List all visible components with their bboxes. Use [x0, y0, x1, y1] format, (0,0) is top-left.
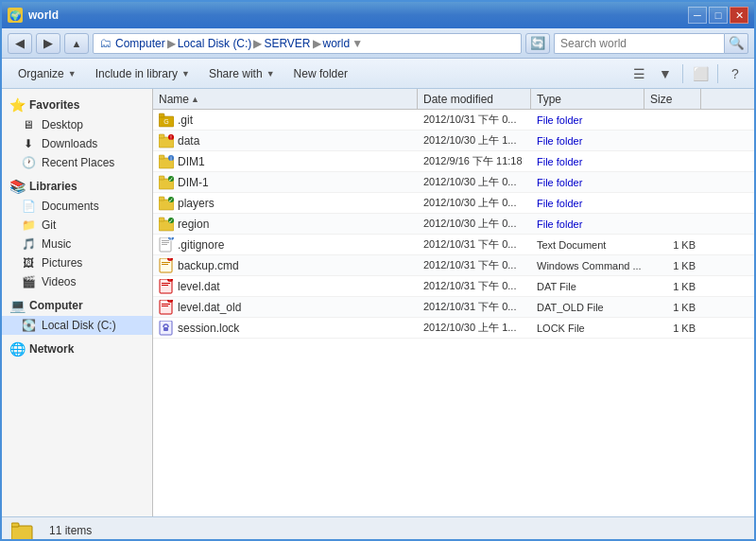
downloads-icon: ⬇ — [21, 136, 36, 151]
favorites-header[interactable]: ⭐ Favorites — [2, 95, 152, 115]
table-row[interactable]: session.lock 2012/10/30 上午 1... LOCK Fil… — [153, 318, 754, 339]
svg-rect-20 — [159, 218, 164, 221]
organize-button[interactable]: Organize ▼ — [9, 62, 85, 85]
file-type-icon: ✓ — [159, 196, 174, 211]
new-folder-button[interactable]: New folder — [285, 62, 356, 85]
favorites-label: Favorites — [29, 98, 79, 112]
file-date-cell: 2012/10/30 上午 1... — [418, 131, 531, 149]
file-size-cell: 1 KB — [644, 300, 701, 315]
file-name-cell: ! backup.cmd — [153, 256, 418, 275]
toolbar-separator — [682, 64, 683, 83]
sidebar-item-documents[interactable]: 📄 Documents — [2, 197, 152, 216]
back-button[interactable]: ◀ — [8, 33, 32, 54]
sidebar-item-git[interactable]: 📁 Git — [2, 216, 152, 235]
up-button[interactable]: ▲ — [64, 33, 89, 54]
window-title: world — [28, 9, 59, 22]
file-list-header: Name ▲ Date modified Type Size — [153, 89, 754, 110]
minimize-button[interactable]: ─ — [688, 7, 707, 24]
table-row[interactable]: g .gitignore 2012/10/31 下午 0... Text Doc… — [153, 235, 754, 255]
svg-text:!: ! — [169, 300, 170, 304]
git-label: Git — [42, 218, 56, 232]
file-type-icon: ! — [159, 133, 174, 148]
sidebar-item-music[interactable]: 🎵 Music — [2, 235, 152, 253]
network-section: 🌐 Network — [2, 339, 152, 359]
file-type-cell: File folder — [531, 217, 644, 232]
network-label: Network — [29, 342, 74, 356]
breadcrumb-computer[interactable]: Computer — [115, 37, 165, 50]
table-row[interactable]: ✓ region 2012/10/30 上午 0... File folder — [153, 214, 754, 235]
search-input[interactable] — [554, 33, 724, 54]
svg-text:!: ! — [169, 258, 170, 262]
share-with-button[interactable]: Share with ▼ — [200, 62, 284, 85]
sidebar-item-pictures[interactable]: 🖼 Pictures — [2, 253, 152, 272]
view-toggle-button[interactable]: ▼ — [654, 63, 677, 84]
svg-text:✓: ✓ — [168, 176, 174, 183]
pictures-label: Pictures — [42, 256, 82, 270]
table-row[interactable]: ✓ players 2012/10/30 上午 0... File folder — [153, 193, 754, 214]
include-library-button[interactable]: Include in library ▼ — [87, 62, 198, 85]
breadcrumb-server[interactable]: SERVER — [264, 37, 310, 50]
file-name-cell: ! level.dat_old — [153, 298, 418, 317]
sidebar-item-videos[interactable]: 🎬 Videos — [2, 272, 152, 291]
file-size-cell: 1 KB — [644, 237, 701, 253]
file-type-icon: G — [159, 113, 174, 128]
search-bar: 🔍 — [554, 33, 748, 54]
desktop-icon: 🖥 — [21, 117, 36, 132]
table-row[interactable]: ! level.dat 2012/10/31 下午 0... DAT File … — [153, 276, 754, 297]
file-size-cell — [644, 139, 701, 143]
sidebar-item-recent[interactable]: 🕐 Recent Places — [2, 153, 152, 172]
svg-text:!: ! — [170, 134, 172, 141]
file-type-cell: File folder — [531, 113, 644, 128]
file-date-cell: 2012/10/31 下午 0... — [418, 236, 531, 253]
sidebar-item-localdisk[interactable]: 💽 Local Disk (C:) — [2, 316, 152, 335]
name-col-label: Name — [159, 93, 189, 106]
help-button[interactable]: ? — [724, 63, 747, 84]
file-name-cell: session.lock — [153, 319, 418, 338]
refresh-button[interactable]: 🔄 — [525, 33, 550, 54]
sidebar-item-desktop[interactable]: 🖥 Desktop — [2, 115, 152, 134]
status-folder-icon — [11, 519, 34, 542]
network-header[interactable]: 🌐 Network — [2, 339, 152, 359]
column-size-header[interactable]: Size — [644, 89, 701, 109]
file-date-cell: 2012/9/16 下午 11:18 — [418, 152, 531, 170]
file-name: level.dat — [178, 280, 220, 293]
forward-button[interactable]: ▶ — [36, 33, 60, 54]
preview-pane-button[interactable]: ⬜ — [689, 63, 712, 84]
file-size-cell: 1 KB — [644, 321, 701, 336]
svg-rect-12 — [159, 176, 164, 180]
breadcrumb-localdisk[interactable]: Local Disk (C:) — [178, 37, 252, 50]
sidebar-item-downloads[interactable]: ⬇ Downloads — [2, 134, 152, 153]
recent-label: Recent Places — [42, 156, 114, 169]
table-row[interactable]: i DIM1 2012/9/16 下午 11:18 File folder — [153, 151, 754, 172]
column-name-header[interactable]: Name ▲ — [153, 89, 418, 109]
desktop-label: Desktop — [42, 118, 83, 131]
title-bar: 🌍 world ─ □ ✕ — [2, 2, 754, 28]
table-row[interactable]: ! backup.cmd 2012/10/31 下午 0... Windows … — [153, 255, 754, 276]
file-name-cell: g .gitignore — [153, 236, 418, 254]
file-type-icon: g — [159, 237, 174, 253]
pictures-icon: 🖼 — [21, 255, 36, 270]
column-date-header[interactable]: Date modified — [418, 89, 531, 109]
file-type-cell: LOCK File — [531, 321, 644, 336]
close-button[interactable]: ✕ — [730, 7, 748, 24]
search-button[interactable]: 🔍 — [724, 33, 748, 54]
breadcrumb: 🗂 Computer ▶ Local Disk (C:) ▶ SERVER ▶ … — [93, 33, 522, 54]
file-size-cell — [644, 201, 701, 205]
svg-rect-24 — [162, 240, 169, 241]
svg-text:G: G — [163, 118, 168, 125]
computer-header[interactable]: 💻 Computer — [2, 295, 152, 316]
view-details-button[interactable]: ☰ — [627, 63, 650, 84]
table-row[interactable]: ! data 2012/10/30 上午 1... File folder — [153, 131, 754, 151]
toolbar-right: ☰ ▼ ⬜ ? — [627, 63, 747, 84]
file-type-cell: DAT File — [531, 279, 644, 294]
table-row[interactable]: G .git 2012/10/31 下午 0... File folder — [153, 110, 754, 131]
breadcrumb-world[interactable]: world — [323, 37, 351, 50]
table-row[interactable]: ✓ DIM-1 2012/10/30 上午 0... File folder — [153, 172, 754, 193]
libraries-header[interactable]: 📚 Libraries — [2, 176, 152, 197]
maximize-button[interactable]: □ — [709, 7, 728, 24]
file-type-icon: ! — [159, 300, 174, 315]
file-type-icon: ✓ — [159, 217, 174, 232]
table-row[interactable]: ! level.dat_old 2012/10/31 下午 0... DAT_O… — [153, 297, 754, 318]
column-type-header[interactable]: Type — [531, 89, 644, 109]
disk-icon: 💽 — [21, 318, 36, 333]
